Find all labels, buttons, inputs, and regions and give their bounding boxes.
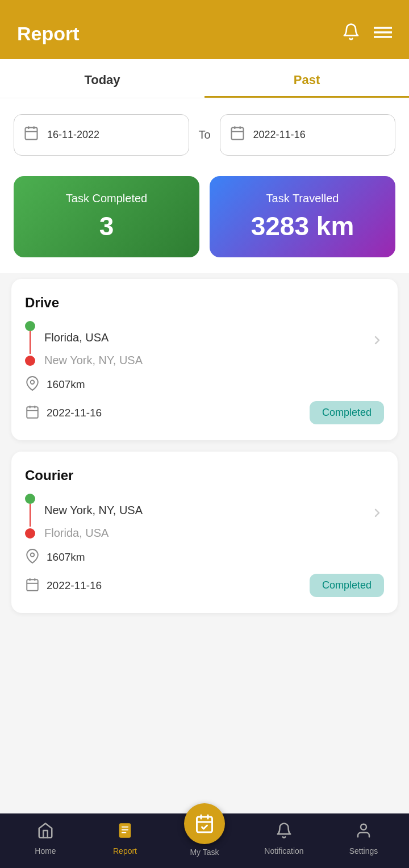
svg-rect-33 [122, 829, 129, 831]
task-card-courier[interactable]: Courier New York, NY, USA Florida, USA [11, 452, 398, 613]
nav-report[interactable]: Report [85, 822, 165, 856]
report-icon [116, 822, 133, 843]
header: Report [0, 0, 409, 59]
from-dot-2 [25, 494, 35, 504]
menu-icon[interactable] [374, 25, 392, 43]
from-calendar-icon [23, 125, 39, 145]
mytask-center-btn[interactable] [184, 803, 225, 844]
mytask-label: My Task [190, 848, 219, 857]
settings-label: Settings [349, 846, 378, 856]
bell-icon[interactable] [342, 23, 360, 45]
to-dot-2 [25, 528, 35, 539]
nav-home[interactable]: Home [6, 822, 85, 856]
date-value-courier: 2022-11-16 [47, 579, 102, 592]
task-meta-drive: 1607km [25, 376, 384, 393]
completed-badge-courier: Completed [310, 574, 384, 597]
distance-icon-drive [25, 376, 40, 393]
task-travelled-card: Task Travelled 3283 km [210, 176, 395, 257]
svg-rect-22 [27, 407, 38, 418]
date-item-courier: 2022-11-16 [25, 577, 102, 594]
date-item-drive: 2022-11-16 [25, 404, 102, 422]
task-type-drive: Drive [25, 295, 384, 311]
header-actions [342, 23, 392, 45]
task-type-courier: Courier [25, 468, 384, 483]
svg-rect-3 [26, 128, 37, 140]
svg-point-26 [31, 553, 35, 557]
notification-label: Notification [264, 846, 303, 856]
route-from-row-2: New York, NY, USA [25, 494, 384, 527]
task-meta-courier: 1607km [25, 549, 384, 566]
date-icon-drive [25, 404, 40, 422]
route-dot-col-4 [25, 528, 35, 539]
from-dot [25, 321, 35, 331]
svg-rect-32 [122, 826, 129, 828]
route-to-row-2: Florida, USA [25, 527, 384, 540]
nav-mytask[interactable]: My Task [165, 820, 244, 857]
distance-item-courier: 1607km [25, 549, 384, 566]
tab-today[interactable]: Today [0, 59, 204, 98]
chevron-right-courier [370, 506, 384, 519]
to-location-drive: New York, NY, USA [44, 354, 143, 367]
to-location-courier: Florida, USA [44, 527, 108, 540]
nav-settings[interactable]: Settings [324, 822, 403, 856]
from-location-courier: New York, NY, USA [44, 504, 143, 517]
svg-point-21 [31, 381, 35, 385]
from-location-drive: Florida, USA [44, 331, 108, 344]
route-to-row: New York, NY, USA [25, 354, 384, 367]
tabs: Today Past [0, 59, 409, 98]
distance-value-drive: 1607km [47, 378, 85, 391]
task-route-courier: New York, NY, USA Florida, USA [25, 494, 384, 540]
task-travelled-value: 3283 km [251, 211, 354, 241]
completed-badge-drive: Completed [310, 401, 384, 424]
route-dot-col-2 [25, 356, 35, 366]
route-line-2 [30, 504, 31, 527]
route-from-row: Florida, USA [25, 321, 384, 354]
tasks-section: Drive Florida, USA New York, NY, USA [0, 273, 409, 681]
home-label: Home [35, 846, 56, 856]
stats-section: Task Completed 3 Task Travelled 3283 km [0, 172, 409, 273]
svg-rect-34 [122, 832, 127, 833]
svg-rect-35 [197, 817, 212, 832]
svg-rect-27 [27, 579, 38, 591]
date-icon-courier [25, 577, 40, 594]
settings-icon [355, 822, 372, 843]
route-dot-col [25, 321, 35, 354]
date-to-label: To [198, 128, 210, 141]
report-label: Report [113, 846, 137, 856]
chevron-right-drive [370, 333, 384, 347]
to-calendar-icon [229, 125, 245, 145]
from-date-picker[interactable]: 16-11-2022 [14, 114, 189, 156]
nav-notification[interactable]: Notification [244, 822, 324, 856]
from-date-value: 16-11-2022 [47, 129, 99, 141]
to-date-value: 2022-11-16 [253, 129, 306, 141]
svg-rect-12 [231, 128, 243, 140]
task-route-drive: Florida, USA New York, NY, USA [25, 321, 384, 367]
distance-item-drive: 1607km [25, 376, 384, 393]
distance-value-courier: 1607km [47, 551, 85, 564]
to-date-picker[interactable]: 2022-11-16 [220, 114, 395, 156]
date-value-drive: 2022-11-16 [47, 407, 102, 419]
distance-icon-courier [25, 549, 40, 566]
task-card-drive[interactable]: Drive Florida, USA New York, NY, USA [11, 279, 398, 440]
notification-icon [276, 822, 293, 843]
task-travelled-label: Task Travelled [266, 192, 339, 205]
route-line [30, 331, 31, 354]
task-completed-value: 3 [99, 211, 114, 241]
route-dot-col-3 [25, 494, 35, 527]
to-dot [25, 356, 35, 366]
task-footer-drive: 2022-11-16 Completed [25, 401, 384, 424]
task-completed-card: Task Completed 3 [14, 176, 199, 257]
task-footer-courier: 2022-11-16 Completed [25, 574, 384, 597]
bottom-navigation: Home Report My Task [0, 813, 409, 868]
tab-past[interactable]: Past [204, 59, 409, 98]
svg-point-39 [361, 824, 366, 829]
date-range-section: 16-11-2022 To 2022-11-16 [0, 98, 409, 172]
home-icon [37, 822, 54, 843]
page-title: Report [17, 23, 80, 45]
task-completed-label: Task Completed [66, 192, 147, 205]
